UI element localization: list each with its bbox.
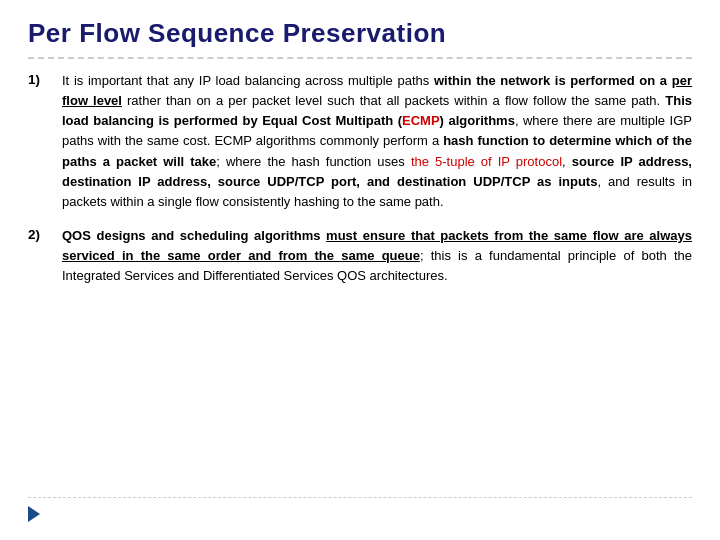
list-number-2: 2) <box>28 226 50 242</box>
list-text-2: QOS designs and scheduling algorithms mu… <box>62 226 692 286</box>
slide-title: Per Flow Sequence Preservation <box>28 18 692 49</box>
list-item-2: 2) QOS designs and scheduling algorithms… <box>28 226 692 286</box>
list-item-1: 1) It is important that any IP load bala… <box>28 71 692 212</box>
list-number-1: 1) <box>28 71 50 87</box>
footer <box>28 497 692 522</box>
list-text-1: It is important that any IP load balanci… <box>62 71 692 212</box>
content-area: 1) It is important that any IP load bala… <box>28 71 692 489</box>
slide: Per Flow Sequence Preservation 1) It is … <box>0 0 720 540</box>
footer-arrow-icon <box>28 506 40 522</box>
title-bar: Per Flow Sequence Preservation <box>28 18 692 59</box>
